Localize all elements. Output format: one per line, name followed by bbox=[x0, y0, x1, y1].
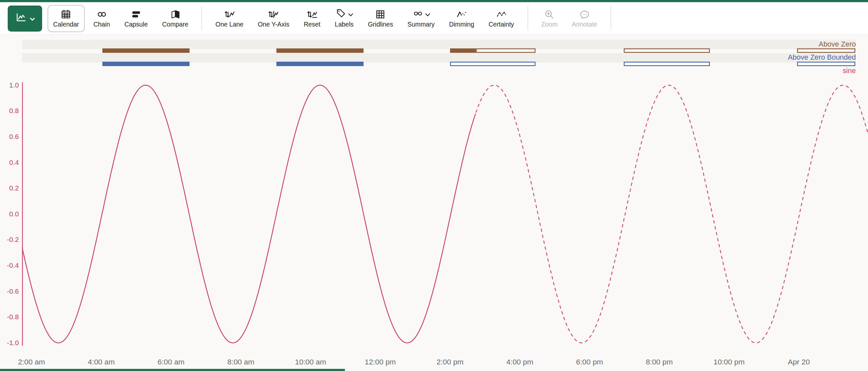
toolbar-label: Chain bbox=[93, 21, 110, 28]
y-tick-label: -0.8 bbox=[7, 313, 19, 321]
x-tick-label: 4:00 am bbox=[88, 358, 115, 366]
toolbar-label: Gridlines bbox=[368, 21, 393, 28]
line-chart-icon bbox=[15, 12, 27, 25]
annotate-icon bbox=[579, 9, 590, 20]
one-lane-icon bbox=[224, 9, 235, 20]
sine-line-dashed[interactable] bbox=[476, 85, 868, 343]
toolbar-separator bbox=[527, 6, 528, 31]
lane-bar-outline[interactable] bbox=[476, 49, 535, 53]
y-tick-label: -0.4 bbox=[7, 262, 19, 269]
toolbar-label: Zoom bbox=[541, 21, 558, 28]
y-tick-label: -0.2 bbox=[7, 236, 19, 243]
dimming-icon bbox=[456, 9, 467, 20]
x-tick-label: 6:00 pm bbox=[576, 358, 603, 366]
calendar-icon bbox=[60, 9, 71, 20]
legend-label: sine bbox=[843, 67, 856, 75]
toolbar-label: Capsule bbox=[124, 21, 148, 28]
toolbar-button-dimming[interactable]: Dimming bbox=[443, 5, 479, 32]
timeline-scrollbar[interactable] bbox=[0, 369, 345, 371]
toolbar-button-capsule[interactable]: Capsule bbox=[119, 5, 153, 32]
lane-bar-solid[interactable] bbox=[102, 62, 190, 66]
chevron-down-icon bbox=[425, 10, 430, 19]
toolbar-label: Dimming bbox=[449, 21, 474, 28]
x-tick-label: 8:00 pm bbox=[646, 358, 673, 366]
certainty-icon bbox=[496, 9, 507, 20]
legend-label: Above Zero Bounded bbox=[788, 53, 856, 61]
toolbar-button-calendar[interactable]: Calendar bbox=[48, 5, 85, 32]
lane-bar-outline[interactable] bbox=[624, 49, 710, 53]
toolbar-label: Reset bbox=[304, 21, 320, 28]
zoom-icon bbox=[544, 9, 555, 20]
y-tick-label: 0.6 bbox=[9, 133, 19, 140]
toolbar-button-summary[interactable]: Summary bbox=[402, 5, 440, 32]
chevron-down-icon bbox=[348, 10, 353, 19]
y-tick-label: 0.8 bbox=[9, 107, 19, 114]
one-y-axis-icon bbox=[268, 9, 279, 20]
toolbar-label: Labels bbox=[335, 21, 353, 28]
lane-bar-outline[interactable] bbox=[798, 49, 855, 53]
toolbar-button-chain[interactable]: Chain bbox=[88, 5, 116, 32]
toolbar-label: Certainty bbox=[489, 21, 514, 28]
timeline-plot: Above ZeroAbove Zero Boundedsine1.00.80.… bbox=[0, 35, 868, 371]
y-tick-label: -0.6 bbox=[7, 288, 19, 295]
lane-band bbox=[22, 53, 856, 63]
toolbar-button-one-lane[interactable]: One Lane bbox=[210, 5, 249, 32]
legend-label: Above Zero bbox=[819, 40, 856, 48]
app-window: Calendar Chain Capsule bbox=[0, 0, 868, 371]
y-tick-label: 0.0 bbox=[9, 210, 19, 217]
x-tick-label: 4:00 pm bbox=[506, 358, 533, 366]
toolbar-button-labels[interactable]: Labels bbox=[329, 5, 359, 32]
toolbar-label: Summary bbox=[407, 21, 435, 28]
y-tick-label: -1.0 bbox=[7, 339, 19, 346]
x-tick-label: 2:00 am bbox=[18, 358, 45, 366]
lane-bar-solid[interactable] bbox=[277, 62, 364, 66]
sine-line-solid[interactable] bbox=[22, 85, 476, 343]
lane-bar-outline[interactable] bbox=[451, 62, 535, 66]
compare-icon bbox=[169, 9, 181, 20]
lane-bar-outline[interactable] bbox=[798, 62, 855, 66]
toolbar-label: One Lane bbox=[216, 21, 243, 28]
tag-icon bbox=[335, 8, 346, 21]
lane-bar-solid[interactable] bbox=[102, 48, 190, 53]
reset-icon bbox=[306, 9, 317, 20]
chart-area: Above ZeroAbove Zero Boundedsine1.00.80.… bbox=[0, 35, 868, 371]
summary-icon bbox=[412, 8, 424, 21]
chain-icon bbox=[96, 9, 107, 20]
y-tick-label: 0.2 bbox=[9, 184, 19, 192]
toolbar-label: One Y-Axis bbox=[258, 21, 289, 28]
toolbar-label: Annotate bbox=[572, 21, 597, 28]
x-tick-label: 10:00 pm bbox=[713, 358, 745, 366]
y-tick-label: 0.4 bbox=[9, 159, 19, 166]
toolbar-button-zoom[interactable]: Zoom bbox=[536, 5, 563, 32]
toolbar-label: Calendar bbox=[53, 21, 79, 28]
chevron-down-icon bbox=[30, 14, 35, 22]
toolbar-label: Compare bbox=[162, 21, 188, 28]
x-tick-label: 10:00 am bbox=[295, 358, 326, 366]
lane-bar-solid[interactable] bbox=[277, 48, 364, 53]
toolbar-button-annotate[interactable]: Annotate bbox=[566, 5, 602, 32]
y-tick-label: 1.0 bbox=[9, 81, 19, 89]
lane-bar-outline[interactable] bbox=[624, 62, 710, 66]
top-accent-strip bbox=[0, 0, 868, 2]
lane-band bbox=[22, 40, 856, 49]
x-tick-label: 8:00 am bbox=[227, 358, 254, 366]
toolbar-button-reset[interactable]: Reset bbox=[298, 5, 326, 32]
toolbar-button-certainty[interactable]: Certainty bbox=[483, 5, 519, 32]
toolbar-separator bbox=[202, 6, 203, 31]
toolbar-button-compare[interactable]: Compare bbox=[156, 5, 194, 32]
gridlines-icon bbox=[375, 9, 386, 20]
lane-bar-solid[interactable] bbox=[450, 48, 476, 53]
toolbar-separator bbox=[611, 6, 611, 31]
x-tick-label: 12:00 pm bbox=[365, 358, 396, 366]
chart-type-menu-button[interactable] bbox=[8, 5, 42, 31]
toolbar: Calendar Chain Capsule bbox=[0, 2, 868, 35]
toolbar-button-one-y-axis[interactable]: One Y-Axis bbox=[252, 5, 295, 32]
x-tick-label: 6:00 am bbox=[157, 358, 184, 366]
capsule-icon bbox=[130, 9, 142, 20]
toolbar-button-gridlines[interactable]: Gridlines bbox=[363, 5, 399, 32]
x-tick-label: 2:00 pm bbox=[437, 358, 464, 366]
x-tick-label: Apr 20 bbox=[788, 358, 810, 366]
